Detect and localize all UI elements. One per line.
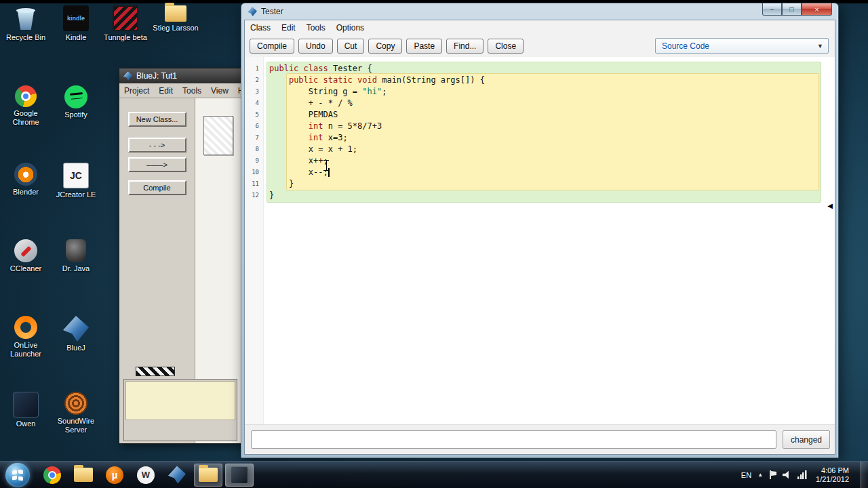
start-button[interactable] — [5, 463, 30, 487]
code-line-4[interactable]: + - * / % — [264, 98, 835, 109]
toolbar-button-undo[interactable]: Undo — [298, 39, 333, 54]
desktop-icon-owen[interactable]: Owen — [1, 392, 50, 428]
status-badge: changed — [783, 430, 830, 449]
desktop-icon-label: JCreator LE — [52, 190, 100, 199]
toolbar-button-compile[interactable]: Compile — [250, 39, 294, 54]
code-line-11[interactable]: } — [264, 178, 835, 190]
bluej-button-uses-arrow[interactable]: - - -> — [128, 138, 186, 152]
class-icon[interactable] — [203, 116, 233, 155]
desktop-icon-dr-java[interactable]: Dr. Java — [52, 239, 100, 273]
close-button[interactable]: × — [802, 3, 832, 16]
code-line-7[interactable]: int x=3; — [264, 132, 835, 144]
bluej-menu-project[interactable]: Project — [119, 86, 154, 96]
explorer-icon — [74, 468, 93, 482]
desktop-icon-google-chrome[interactable]: Google Chrome — [1, 85, 50, 127]
bluej-menu-view[interactable]: View — [206, 86, 233, 96]
taskbar-item-wapp[interactable]: W — [132, 464, 160, 487]
desktop-icon-soundwire-server[interactable]: SoundWire Server — [52, 392, 100, 434]
desktop-icon-label: BlueJ — [52, 344, 100, 352]
taskbar-item-bluej[interactable] — [163, 464, 191, 487]
line-number: 9 — [245, 155, 259, 167]
codepad-input[interactable] — [125, 381, 235, 420]
bluej-button-compile[interactable]: Compile — [128, 180, 186, 195]
bluej-menu-edit[interactable]: Edit — [154, 86, 178, 96]
desktop-icon-spotify[interactable]: Spotify — [52, 85, 100, 119]
chevron-down-icon: ▼ — [817, 43, 823, 49]
status-input[interactable] — [251, 430, 776, 449]
code-line-9[interactable]: x++; — [264, 155, 835, 167]
kindle-icon: kindle — [63, 5, 89, 31]
hidden-icons-button[interactable]: ▲ — [757, 472, 763, 478]
recycle-bin-icon — [13, 5, 39, 31]
taskbar-item-chrome[interactable] — [38, 464, 66, 487]
tester-editor-window[interactable]: Tester − □ × ClassEditToolsOptions Compi… — [241, 3, 839, 458]
bluej-window-title: BlueJ: Tut1 — [136, 71, 177, 81]
toolbar-button-cut[interactable]: Cut — [337, 39, 365, 54]
code-line-8[interactable]: x = x + 1; — [264, 144, 835, 155]
icon-glyph-text: kindle — [67, 15, 85, 22]
desktop-icon-blender[interactable]: Blender — [1, 163, 50, 197]
bluej-icon — [248, 7, 257, 16]
desktop-icon-ccleaner[interactable]: CCleaner — [1, 239, 50, 273]
desktop-icon-bluej[interactable]: BlueJ — [52, 316, 100, 352]
code-line-5[interactable]: PEMDAS — [264, 109, 835, 121]
language-indicator[interactable]: EN — [741, 471, 751, 479]
toolbar-button-close[interactable]: Close — [488, 39, 524, 54]
desktop-icon-recycle-bin[interactable]: Recycle Bin — [1, 5, 50, 42]
tester-menu-tools[interactable]: Tools — [301, 23, 331, 33]
tester-menu-class[interactable]: Class — [245, 23, 276, 33]
clock-time: 4:06 PM — [816, 466, 849, 475]
scroll-left-icon[interactable]: ◀ — [827, 202, 833, 209]
line-number: 7 — [245, 132, 259, 144]
code-line-1[interactable]: public class Tester { — [264, 63, 835, 75]
maximize-button[interactable]: □ — [782, 3, 802, 16]
blender-icon — [14, 163, 37, 186]
onlive-launcher-icon — [14, 316, 37, 339]
minimize-button[interactable]: − — [762, 3, 782, 16]
code-area[interactable]: public class Tester { public static void… — [264, 57, 835, 424]
toolbar-button-copy[interactable]: Copy — [368, 39, 402, 54]
action-center-flag-icon[interactable] — [769, 470, 776, 479]
owen-icon — [13, 392, 39, 418]
code-line-2[interactable]: public static void main(String args[]) { — [264, 75, 835, 86]
code-line-6[interactable]: int n = 5*8/7+3 — [264, 121, 835, 132]
network-icon[interactable] — [797, 470, 807, 479]
volume-icon[interactable] — [783, 471, 791, 479]
desktop-icon-label: CCleaner — [1, 264, 50, 273]
line-number: 3 — [245, 86, 259, 98]
google-chrome-icon — [15, 85, 37, 107]
desktop-icon-jcreator-le[interactable]: JCJCreator LE — [52, 163, 100, 199]
taskbar-item-utorrent[interactable]: µ — [100, 464, 129, 487]
tester-menu-edit[interactable]: Edit — [276, 23, 301, 33]
show-desktop-button[interactable] — [861, 462, 868, 488]
code-editor[interactable]: 123456789101112 public class Tester { pu… — [245, 57, 835, 424]
window-controls: − □ × — [762, 3, 832, 16]
bluej-menu-tools[interactable]: Tools — [178, 86, 206, 96]
line-number: 6 — [245, 121, 259, 132]
toolbar-button-find[interactable]: Find... — [446, 39, 484, 54]
tester-toolbar: CompileUndoCutCopyPasteFind...Close Sour… — [245, 35, 835, 57]
soundwire-server-icon — [64, 392, 87, 415]
view-selector-dropdown[interactable]: Source Code ▼ — [655, 38, 829, 54]
bluej-codepad[interactable] — [123, 379, 237, 441]
bluej-button-newclass[interactable]: New Class... — [128, 112, 186, 127]
tester-titlebar[interactable]: Tester − □ × — [241, 3, 838, 20]
desktop-icon-stieg-larsson[interactable]: Stieg Larsson — [151, 5, 200, 33]
taskbar-items: µW — [37, 462, 255, 488]
bluej-button-inherits-arrow[interactable]: ––––> — [128, 157, 186, 172]
code-line-12[interactable]: } — [264, 190, 835, 201]
code-line-3[interactable]: String g = "hi"; — [264, 86, 835, 98]
desktop-icon-onlive-launcher[interactable]: OnLive Launcher — [1, 316, 50, 359]
clock[interactable]: 4:06 PM 1/21/2012 — [813, 466, 854, 484]
compile-progress-stripes — [136, 367, 175, 376]
taskbar-item-open-folder[interactable] — [194, 464, 222, 487]
taskbar-item-active-app[interactable] — [225, 464, 254, 487]
tester-menu-options[interactable]: Options — [331, 23, 370, 33]
desktop-icon-kindle[interactable]: kindleKindle — [52, 5, 100, 42]
desktop: Recycle BinkindleKindleTunngle betaStieg… — [0, 0, 868, 488]
code-line-10[interactable]: x--; — [264, 167, 835, 178]
desktop-icon-tunngle[interactable]: Tunngle beta — [101, 5, 150, 42]
desktop-icon-label: Recycle Bin — [1, 33, 50, 42]
toolbar-button-paste[interactable]: Paste — [406, 39, 442, 54]
taskbar-item-explorer[interactable] — [69, 464, 98, 487]
